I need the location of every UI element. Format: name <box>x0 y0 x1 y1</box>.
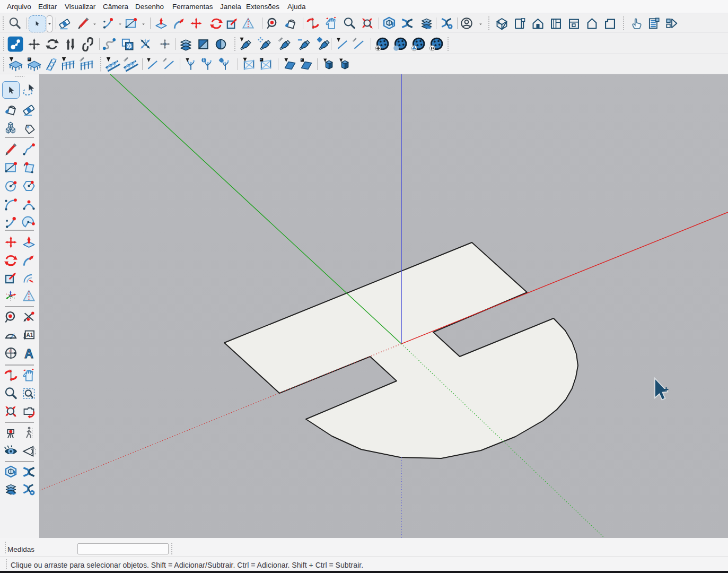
svg-text:A1: A1 <box>26 332 33 337</box>
svg-text:C: C <box>9 349 12 352</box>
svg-text:A: A <box>24 346 33 360</box>
